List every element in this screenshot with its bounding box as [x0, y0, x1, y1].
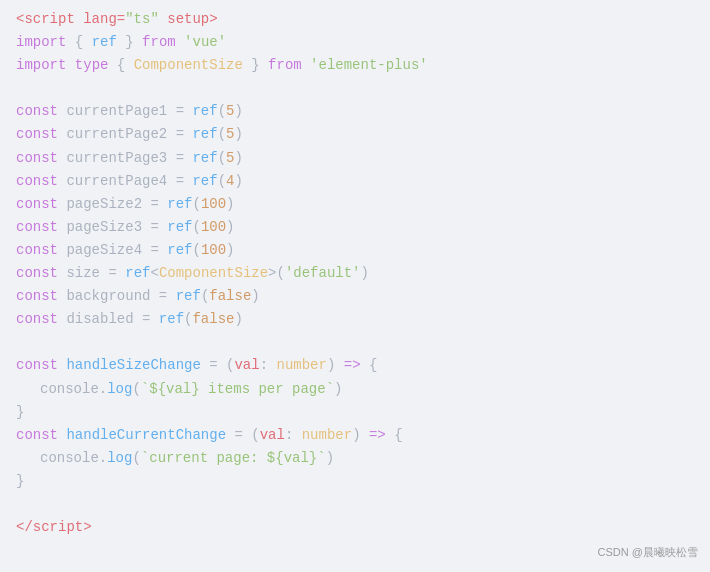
watermark: CSDN @晨曦映松雪 [598, 544, 698, 562]
code-line [0, 331, 710, 354]
code-line: console.log(`current page: ${val}`) [0, 447, 710, 470]
keyword-token: import [16, 34, 66, 50]
code-line: <script lang="ts" setup> [0, 8, 710, 31]
code-line [0, 493, 710, 516]
code-line: const disabled = ref(false) [0, 308, 710, 331]
code-line: const currentPage1 = ref(5) [0, 100, 710, 123]
code-line: const handleCurrentChange = (val: number… [0, 424, 710, 447]
code-line: import { ref } from 'vue' [0, 31, 710, 54]
tag-token: <script lang="ts" setup> [16, 11, 218, 27]
code-line: const currentPage2 = ref(5) [0, 123, 710, 146]
code-line: const size = ref<ComponentSize>('default… [0, 262, 710, 285]
code-line: console.log(`${val} items per page`) [0, 378, 710, 401]
code-line: } [0, 470, 710, 493]
code-line: const background = ref(false) [0, 285, 710, 308]
code-container: <script lang="ts" setup> import { ref } … [0, 0, 710, 572]
code-line: import type { ComponentSize } from 'elem… [0, 54, 710, 77]
code-line: } [0, 401, 710, 424]
code-line [0, 77, 710, 100]
code-line: const currentPage3 = ref(5) [0, 147, 710, 170]
code-line: const handleSizeChange = (val: number) =… [0, 354, 710, 377]
code-line: const pageSize3 = ref(100) [0, 216, 710, 239]
code-line: const pageSize2 = ref(100) [0, 193, 710, 216]
code-line: </script> [0, 516, 710, 539]
code-line: const pageSize4 = ref(100) [0, 239, 710, 262]
code-line: const currentPage4 = ref(4) [0, 170, 710, 193]
